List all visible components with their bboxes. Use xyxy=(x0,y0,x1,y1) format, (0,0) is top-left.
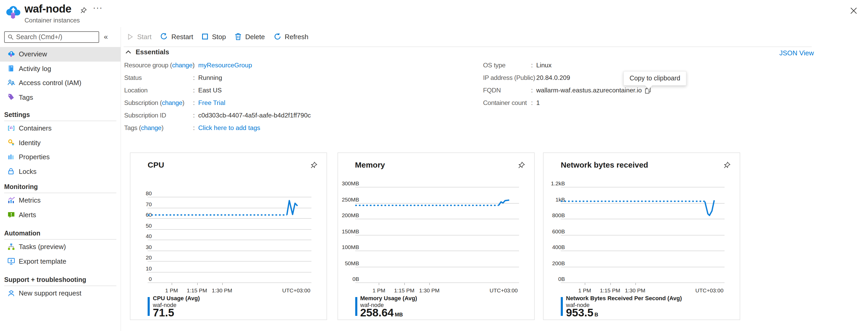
sidebar-item-tags[interactable]: Tags xyxy=(0,90,121,104)
sidebar-item-containers[interactable]: Containers xyxy=(0,121,121,136)
container-instances-resource-icon xyxy=(5,4,21,20)
activity-log-icon xyxy=(7,64,15,73)
colon: : xyxy=(193,124,198,132)
toolbar-button-label: Refresh xyxy=(284,33,308,40)
essentials-value: East US xyxy=(198,87,311,94)
toolbar-button-label: Delete xyxy=(245,33,265,40)
sidebar-item-label: Containers xyxy=(19,125,52,132)
sidebar-item-new-support-request[interactable]: New support request xyxy=(0,286,121,300)
essentials-toggle[interactable]: Essentials xyxy=(125,48,169,56)
json-view-link[interactable]: JSON View xyxy=(779,49,814,57)
sidebar-item-label: Metrics xyxy=(19,197,41,204)
series-solid-line xyxy=(287,200,298,215)
series-solid-line xyxy=(705,200,714,215)
sidebar-item-label: Activity log xyxy=(19,65,51,73)
chart-card-network-bytes-received: Network bytes received1.2kB1kB800B600B40… xyxy=(543,153,740,320)
change-link[interactable]: change xyxy=(162,99,182,107)
stop-button[interactable]: Stop xyxy=(202,33,226,40)
toolbar-button-label: Start xyxy=(137,33,152,40)
sidebar-item-metrics[interactable]: Metrics xyxy=(0,193,121,208)
colon: : xyxy=(193,74,198,81)
colon: : xyxy=(531,99,536,107)
essentials-value: 1 xyxy=(536,99,651,107)
sidebar-item-locks[interactable]: Locks xyxy=(0,164,121,178)
copy-tooltip: Copy to clipboard xyxy=(623,71,687,86)
sidebar-item-label: New support request xyxy=(19,289,82,297)
restart-icon xyxy=(160,33,168,40)
refresh-button[interactable]: Refresh xyxy=(274,33,308,40)
essentials-label: Status xyxy=(124,74,193,81)
sidebar-item-label: Access control (IAM) xyxy=(19,79,82,87)
legend-color-bar xyxy=(355,297,357,316)
sidebar-item-label: Alerts xyxy=(19,211,36,219)
essentials-label: Location xyxy=(124,87,193,94)
series-solid-line xyxy=(498,200,509,205)
sidebar-item-label: Locks xyxy=(19,168,36,175)
more-actions-icon[interactable]: ··· xyxy=(93,3,103,12)
start-button[interactable]: Start xyxy=(127,33,152,40)
locks-icon xyxy=(7,167,15,176)
export-template-icon xyxy=(7,257,15,266)
legend-value-unit: B xyxy=(594,312,598,318)
colon: : xyxy=(193,62,198,69)
collapse-sidebar-icon[interactable]: « xyxy=(104,32,108,41)
play-icon xyxy=(127,33,133,40)
essentials-value: Running xyxy=(198,74,311,81)
toolbar-button-label: Restart xyxy=(172,33,193,40)
delete-button[interactable]: Delete xyxy=(235,33,265,40)
essentials-value: Free Trial xyxy=(198,99,311,107)
essentials-row-container-count: Container count:1 xyxy=(483,99,651,107)
sidebar-item-alerts[interactable]: Alerts xyxy=(0,208,121,222)
essentials-label: Resource group (change) xyxy=(124,62,193,69)
sidebar-item-identity[interactable]: Identity xyxy=(0,136,121,150)
sidebar-section-settings: Settings xyxy=(0,111,121,119)
legend-value: 953.5B xyxy=(566,306,598,319)
delete-icon xyxy=(235,33,242,40)
stop-icon xyxy=(202,33,208,40)
access-control-icon xyxy=(7,79,15,87)
essentials-left-column: Resource group (change):myResourceGroupS… xyxy=(124,62,311,137)
metrics-icon xyxy=(7,196,15,205)
sidebar: « OverviewActivity logAccess control (IA… xyxy=(0,27,121,331)
sidebar-item-label: Overview xyxy=(19,50,47,58)
essentials-row-fqdn: FQDN:wallarm-waf.eastus.azurecontainer.i… xyxy=(483,87,651,94)
change-link[interactable]: change xyxy=(141,124,161,132)
essentials-label: FQDN xyxy=(483,87,531,94)
essentials-value: myResourceGroup xyxy=(198,62,311,69)
essentials-label: Subscription (change) xyxy=(124,99,193,107)
legend-color-bar xyxy=(148,297,150,316)
page-subtitle: Container instances xyxy=(25,17,80,24)
sidebar-section-support-troubleshooting: Support + troubleshooting xyxy=(0,276,121,284)
sidebar-item-tasks-preview[interactable]: Tasks (preview) xyxy=(0,240,121,254)
legend-value-unit: MB xyxy=(395,312,403,318)
refresh-icon xyxy=(274,33,281,40)
page: waf-node Container instances ··· « Overv… xyxy=(0,0,868,331)
essentials-title: Essentials xyxy=(135,48,169,56)
toolbar-divider xyxy=(124,47,812,47)
page-title: waf-node xyxy=(25,3,80,15)
essentials-value: Linux xyxy=(536,62,651,69)
tasks-icon xyxy=(7,243,15,251)
essentials-row-subscription-id: Subscription ID:c0d303cb-4407-4a5f-aafe-… xyxy=(124,112,311,119)
chart-card-cpu: CPU807060504030201001 PM1:15 PM1:30 PMUT… xyxy=(130,153,327,320)
essentials-label: Subscription ID xyxy=(124,112,193,119)
pin-icon[interactable] xyxy=(80,7,87,14)
value-link[interactable]: Free Trial xyxy=(198,99,225,107)
search-input[interactable] xyxy=(16,33,95,41)
sidebar-item-overview[interactable]: Overview xyxy=(0,47,121,61)
essentials-right-column: OS type:LinuxIP address (Public):20.84.0… xyxy=(483,62,651,112)
essentials-label: Tags (change) xyxy=(124,124,193,132)
close-icon[interactable] xyxy=(850,7,857,14)
colon: : xyxy=(531,74,536,81)
sidebar-item-properties[interactable]: Properties xyxy=(0,150,121,164)
sidebar-item-label: Export template xyxy=(19,257,66,265)
sidebar-item-export-template[interactable]: Export template xyxy=(0,254,121,268)
value-link[interactable]: Click here to add tags xyxy=(198,124,260,132)
sidebar-item-activity-log[interactable]: Activity log xyxy=(0,61,121,76)
change-link[interactable]: change xyxy=(172,62,192,69)
value-link[interactable]: myResourceGroup xyxy=(198,62,252,69)
sidebar-item-access-control-iam[interactable]: Access control (IAM) xyxy=(0,76,121,90)
sidebar-search[interactable] xyxy=(4,31,99,43)
restart-button[interactable]: Restart xyxy=(160,33,193,40)
colon: : xyxy=(531,87,536,94)
